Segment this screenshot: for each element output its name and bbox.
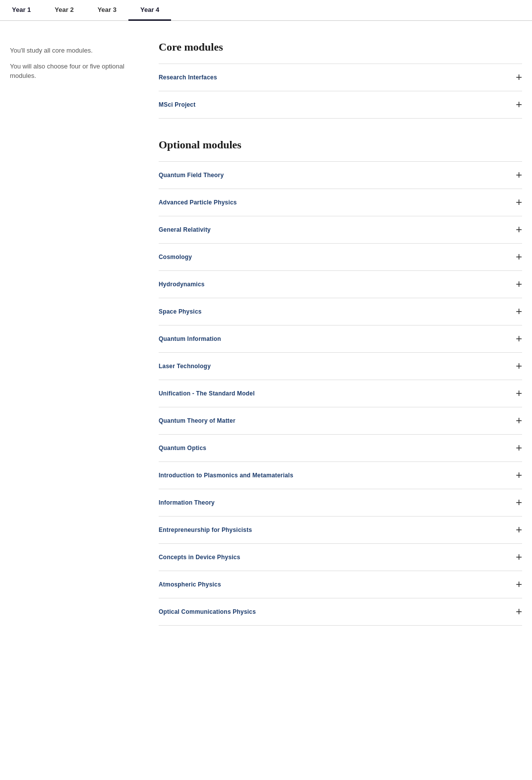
optional-module-item-10[interactable]: Quantum Optics+ xyxy=(159,435,522,462)
optional-module-item-15[interactable]: Atmospheric Physics+ xyxy=(159,571,522,598)
optional-modules-list: Quantum Field Theory+Advanced Particle P… xyxy=(159,161,522,626)
optional-module-name-5: Space Physics xyxy=(159,308,202,315)
optional-module-toggle-14[interactable]: + xyxy=(516,552,522,563)
optional-module-toggle-15[interactable]: + xyxy=(516,579,522,590)
optional-module-toggle-11[interactable]: + xyxy=(516,470,522,481)
optional-module-toggle-2[interactable]: + xyxy=(516,224,522,235)
optional-module-name-3: Cosmology xyxy=(159,254,192,260)
right-panel: Core modules Research Interfaces+MSci Pr… xyxy=(159,41,522,646)
core-module-name-0: Research Interfaces xyxy=(159,74,217,81)
optional-module-name-8: Unification - The Standard Model xyxy=(159,390,255,397)
optional-module-item-8[interactable]: Unification - The Standard Model+ xyxy=(159,380,522,407)
optional-module-item-4[interactable]: Hydrodynamics+ xyxy=(159,271,522,298)
core-modules-list: Research Interfaces+MSci Project+ xyxy=(159,64,522,119)
optional-module-toggle-1[interactable]: + xyxy=(516,197,522,208)
optional-module-name-15: Atmospheric Physics xyxy=(159,581,221,588)
optional-module-name-2: General Relativity xyxy=(159,226,211,233)
optional-module-toggle-12[interactable]: + xyxy=(516,497,522,508)
year-tab-2[interactable]: Year 2 xyxy=(43,0,85,21)
optional-module-item-11[interactable]: Introduction to Plasmonics and Metamater… xyxy=(159,462,522,489)
optional-module-name-10: Quantum Optics xyxy=(159,445,206,452)
optional-module-toggle-0[interactable]: + xyxy=(516,170,522,181)
optional-module-name-14: Concepts in Device Physics xyxy=(159,554,240,561)
core-modules-title: Core modules xyxy=(159,41,522,54)
optional-module-item-0[interactable]: Quantum Field Theory+ xyxy=(159,161,522,189)
optional-modules-title: Optional modules xyxy=(159,138,522,151)
core-module-toggle-1[interactable]: + xyxy=(516,99,522,110)
optional-module-toggle-13[interactable]: + xyxy=(516,524,522,535)
optional-module-item-7[interactable]: Laser Technology+ xyxy=(159,353,522,380)
optional-module-name-4: Hydrodynamics xyxy=(159,281,205,288)
main-content: You'll study all core modules. You will … xyxy=(0,21,532,665)
core-module-item-1[interactable]: MSci Project+ xyxy=(159,91,522,119)
optional-module-name-11: Introduction to Plasmonics and Metamater… xyxy=(159,472,294,479)
core-module-item-0[interactable]: Research Interfaces+ xyxy=(159,64,522,91)
year-tab-1[interactable]: Year 1 xyxy=(0,0,43,21)
optional-module-name-12: Information Theory xyxy=(159,499,215,506)
left-panel-line2: You will also choose four or five option… xyxy=(10,62,144,81)
optional-module-toggle-16[interactable]: + xyxy=(516,606,522,617)
optional-module-toggle-3[interactable]: + xyxy=(516,252,522,262)
core-module-toggle-0[interactable]: + xyxy=(516,72,522,83)
optional-module-toggle-5[interactable]: + xyxy=(516,306,522,317)
optional-module-item-13[interactable]: Entrepreneurship for Physicists+ xyxy=(159,517,522,544)
optional-module-item-5[interactable]: Space Physics+ xyxy=(159,298,522,325)
optional-module-item-6[interactable]: Quantum Information+ xyxy=(159,325,522,353)
optional-module-item-3[interactable]: Cosmology+ xyxy=(159,244,522,271)
optional-module-name-6: Quantum Information xyxy=(159,335,221,342)
optional-module-name-9: Quantum Theory of Matter xyxy=(159,417,236,424)
optional-module-name-7: Laser Technology xyxy=(159,363,211,370)
year-tab-4[interactable]: Year 4 xyxy=(128,0,171,21)
optional-module-item-9[interactable]: Quantum Theory of Matter+ xyxy=(159,407,522,435)
optional-module-item-1[interactable]: Advanced Particle Physics+ xyxy=(159,189,522,216)
left-panel: You'll study all core modules. You will … xyxy=(10,41,159,646)
optional-module-item-14[interactable]: Concepts in Device Physics+ xyxy=(159,544,522,571)
left-panel-line1: You'll study all core modules. xyxy=(10,46,144,56)
optional-module-name-1: Advanced Particle Physics xyxy=(159,199,237,206)
optional-module-toggle-6[interactable]: + xyxy=(516,333,522,344)
optional-module-toggle-7[interactable]: + xyxy=(516,361,522,372)
optional-module-toggle-4[interactable]: + xyxy=(516,279,522,290)
year-tabs: Year 1Year 2Year 3Year 4 xyxy=(0,0,532,21)
core-module-name-1: MSci Project xyxy=(159,101,195,108)
optional-module-name-0: Quantum Field Theory xyxy=(159,172,224,179)
optional-module-item-16[interactable]: Optical Communications Physics+ xyxy=(159,598,522,626)
optional-module-toggle-9[interactable]: + xyxy=(516,415,522,426)
optional-module-item-2[interactable]: General Relativity+ xyxy=(159,216,522,244)
optional-module-name-16: Optical Communications Physics xyxy=(159,608,256,615)
optional-module-toggle-8[interactable]: + xyxy=(516,388,522,399)
optional-module-item-12[interactable]: Information Theory+ xyxy=(159,489,522,517)
optional-module-toggle-10[interactable]: + xyxy=(516,443,522,454)
optional-module-name-13: Entrepreneurship for Physicists xyxy=(159,526,252,533)
year-tab-3[interactable]: Year 3 xyxy=(86,0,128,21)
